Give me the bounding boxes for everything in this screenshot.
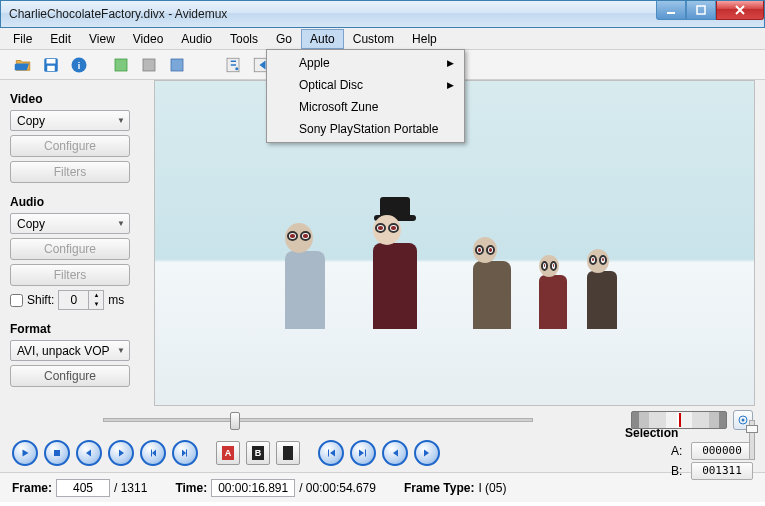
- submenu-arrow-icon: ▶: [447, 58, 454, 68]
- selection-b-label: B:: [671, 464, 685, 478]
- spinner-up-icon[interactable]: ▲: [88, 291, 103, 300]
- audio-shift-unit: ms: [108, 293, 124, 307]
- menu-edit[interactable]: Edit: [41, 29, 80, 49]
- prev-black-frame-button[interactable]: [276, 441, 300, 465]
- selection-a-value[interactable]: 000000: [691, 442, 753, 460]
- prev-frame-button[interactable]: [76, 440, 102, 466]
- prev-keyframe-button[interactable]: [140, 440, 166, 466]
- submenu-arrow-icon: ▶: [447, 80, 454, 90]
- audio-codec-combo[interactable]: Copy▼: [10, 213, 130, 234]
- audio-shift-row: Shift: 0 ▲▼ ms: [10, 290, 144, 310]
- svg-rect-7: [115, 59, 127, 71]
- video-panel-title: Video: [10, 92, 144, 106]
- timeline-track[interactable]: [103, 418, 533, 422]
- selection-panel: Selection A: 000000 B: 001311: [625, 426, 753, 480]
- audio-shift-spinner[interactable]: 0 ▲▼: [58, 290, 104, 310]
- audio-filters-button[interactable]: Filters: [10, 264, 130, 286]
- volume-thumb[interactable]: [746, 425, 758, 433]
- window-title: CharlieChocolateFactory.divx - Avidemux: [9, 7, 227, 21]
- title-bar: CharlieChocolateFactory.divx - Avidemux: [0, 0, 765, 28]
- menu-view[interactable]: View: [80, 29, 124, 49]
- format-panel-title: Format: [10, 322, 144, 336]
- time-label: Time:: [175, 481, 207, 495]
- goto-marker-a-button[interactable]: [382, 440, 408, 466]
- frame-input[interactable]: 405: [56, 479, 110, 497]
- format-configure-button[interactable]: Configure: [10, 365, 130, 387]
- set-marker-a-button[interactable]: A: [216, 441, 240, 465]
- sidebar: Video Copy▼ Configure Filters Audio Copy…: [0, 80, 154, 406]
- svg-rect-4: [47, 65, 55, 70]
- svg-point-15: [742, 419, 745, 422]
- save-button[interactable]: [38, 53, 64, 77]
- svg-rect-8: [143, 59, 155, 71]
- chevron-down-icon: ▼: [117, 346, 125, 355]
- menu-file[interactable]: File: [4, 29, 41, 49]
- minimize-button[interactable]: [656, 1, 686, 20]
- close-button[interactable]: [716, 1, 764, 20]
- spinner-down-icon[interactable]: ▼: [88, 300, 103, 309]
- audio-shift-checkbox[interactable]: [10, 294, 23, 307]
- video-configure-button[interactable]: Configure: [10, 135, 130, 157]
- video-codec-combo[interactable]: Copy▼: [10, 110, 130, 131]
- transport-bar: A B Selection A: 000000 B: 001311: [0, 434, 765, 472]
- svg-rect-9: [171, 59, 183, 71]
- next-keyframe-button[interactable]: [172, 440, 198, 466]
- set-marker-b-button[interactable]: B: [246, 441, 270, 465]
- menu-auto[interactable]: Auto: [301, 29, 344, 49]
- menu-video[interactable]: Video: [124, 29, 172, 49]
- volume-slider[interactable]: [749, 420, 755, 460]
- goto-marker-b-button[interactable]: [414, 440, 440, 466]
- chevron-down-icon: ▼: [117, 116, 125, 125]
- open-button[interactable]: [10, 53, 36, 77]
- svg-rect-1: [697, 6, 705, 14]
- auto-submenu: Apple▶ Optical Disc▶ Microsoft Zune Sony…: [266, 49, 465, 143]
- next-frame-button[interactable]: [108, 440, 134, 466]
- goto-start-button[interactable]: [318, 440, 344, 466]
- goto-end-button[interactable]: [350, 440, 376, 466]
- chevron-down-icon: ▼: [117, 219, 125, 228]
- frametype-value: I (05): [478, 481, 506, 495]
- svg-point-11: [235, 67, 238, 70]
- frame-label: Frame:: [12, 481, 52, 495]
- window-buttons: [656, 1, 764, 20]
- menu-audio[interactable]: Audio: [172, 29, 221, 49]
- jog-wheel[interactable]: [631, 411, 727, 429]
- menu-auto-psp[interactable]: Sony PlayStation Portable: [269, 118, 462, 140]
- selection-a-label: A:: [671, 444, 685, 458]
- menu-bar: File Edit View Video Audio Tools Go Auto…: [0, 28, 765, 50]
- load-script-button[interactable]: [108, 53, 134, 77]
- calculator-button[interactable]: [220, 53, 246, 77]
- play-button[interactable]: [12, 440, 38, 466]
- audio-panel-title: Audio: [10, 195, 144, 209]
- save-script-button[interactable]: [136, 53, 162, 77]
- timeline-thumb[interactable]: [230, 412, 240, 430]
- svg-text:i: i: [78, 60, 81, 70]
- menu-custom[interactable]: Custom: [344, 29, 403, 49]
- menu-auto-apple[interactable]: Apple▶: [269, 52, 462, 74]
- audio-shift-label: Shift:: [27, 293, 54, 307]
- maximize-button[interactable]: [686, 1, 716, 20]
- stop-button[interactable]: [44, 440, 70, 466]
- menu-auto-optical[interactable]: Optical Disc▶: [269, 74, 462, 96]
- audio-configure-button[interactable]: Configure: [10, 238, 130, 260]
- menu-tools[interactable]: Tools: [221, 29, 267, 49]
- svg-rect-3: [47, 59, 56, 64]
- menu-go[interactable]: Go: [267, 29, 301, 49]
- time-total: / 00:00:54.679: [299, 481, 376, 495]
- frametype-label: Frame Type:: [404, 481, 474, 495]
- info-button[interactable]: i: [66, 53, 92, 77]
- selection-b-value[interactable]: 001311: [691, 462, 753, 480]
- menu-auto-zune[interactable]: Microsoft Zune: [269, 96, 462, 118]
- menu-help[interactable]: Help: [403, 29, 446, 49]
- time-input[interactable]: 00:00:16.891: [211, 479, 295, 497]
- svg-rect-0: [667, 12, 675, 14]
- format-combo[interactable]: AVI, unpack VOP▼: [10, 340, 130, 361]
- video-filters-button[interactable]: Filters: [10, 161, 130, 183]
- frame-total: / 1311: [114, 481, 147, 495]
- svg-rect-16: [54, 450, 60, 456]
- save-image-button[interactable]: [164, 53, 190, 77]
